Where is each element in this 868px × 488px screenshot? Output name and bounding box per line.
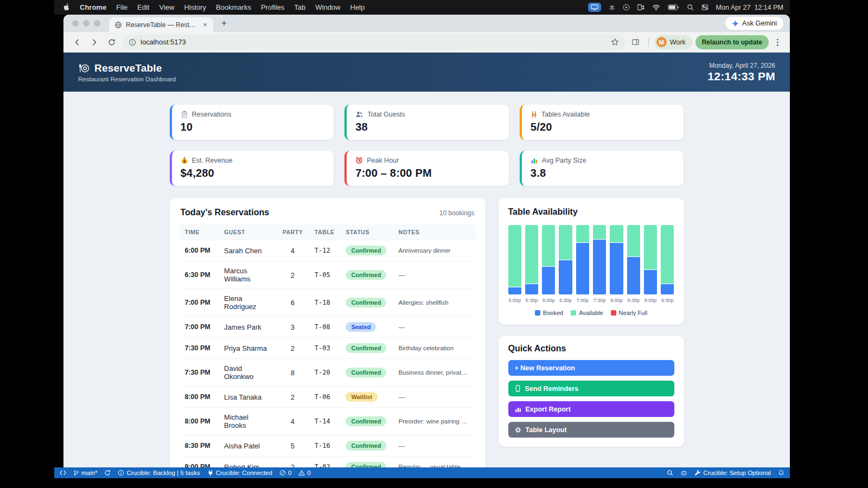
stat-label-text: Reservations [192, 111, 232, 118]
bookmark-star-icon[interactable] [611, 38, 619, 46]
col-notes: NOTES [393, 224, 476, 240]
cell-status: Waitlist [340, 387, 393, 408]
cell-party: 2 [276, 457, 309, 468]
statusbar-notifications[interactable] [778, 470, 784, 476]
availability-bar-7-30p [593, 225, 606, 294]
cell-guest: Lisa Tanaka [219, 387, 276, 408]
quick-action-send-reminders[interactable]: Send Reminders [508, 381, 674, 396]
quick-action-new-reservation[interactable]: + New Reservation [508, 360, 674, 376]
table-row: 8:00 PMLisa Tanaka2T-06Waitlist— [180, 387, 476, 408]
site-info-icon[interactable] [129, 38, 136, 46]
forward-button[interactable] [87, 35, 101, 49]
statusbar-sync[interactable] [104, 470, 111, 476]
x-tick-label: 5:30p [525, 298, 538, 303]
quick-action-export-report[interactable]: Export Report [508, 401, 674, 417]
menu-view[interactable]: View [159, 3, 174, 11]
status-badge: Waitlist [346, 392, 378, 402]
statusbar-remote[interactable] [60, 470, 66, 476]
menu-history[interactable]: History [184, 3, 206, 11]
apple-menu-icon[interactable] [63, 3, 70, 11]
screen-mirroring-icon[interactable] [588, 3, 601, 12]
cell-status: Confirmed [340, 338, 393, 359]
menu-window[interactable]: Window [315, 3, 340, 11]
available-segment [610, 225, 623, 242]
address-bar[interactable]: localhost:5173 [122, 35, 626, 50]
header-clock: 12:14:33 PM [707, 70, 775, 83]
menubar-time: 12:14 PM [754, 4, 783, 11]
availability-x-axis: 5:00p5:30p6:00p6:30p7:00p7:30p8:00p8:30p… [508, 298, 674, 303]
quick-action-table-layout[interactable]: Table Layout [508, 422, 674, 438]
spotlight-search-icon[interactable] [687, 4, 694, 11]
report-icon [515, 406, 521, 413]
control-center-icon[interactable] [701, 4, 709, 11]
cell-table: T-02 [309, 457, 341, 468]
tab-close-icon[interactable]: × [201, 21, 209, 29]
search-white-icon [667, 470, 673, 476]
bookings-count: 10 bookings [439, 209, 475, 217]
statusbar-errors[interactable]: 0 [279, 470, 291, 476]
zoom-window-button[interactable] [94, 20, 100, 27]
wifi-icon[interactable] [652, 4, 660, 11]
available-segment [627, 225, 640, 256]
cell-time: 7:30 PM [180, 338, 219, 359]
play-circle-icon[interactable] [623, 4, 630, 11]
cell-guest: Sarah Chen [219, 240, 276, 261]
stat-value: 10 [181, 121, 326, 133]
menu-profiles[interactable]: Profiles [261, 3, 284, 11]
cell-status: Confirmed [340, 457, 393, 468]
remote-icon [60, 470, 66, 476]
battery-icon[interactable] [668, 4, 679, 10]
menu-help[interactable]: Help [350, 3, 365, 11]
cell-guest: Robert Kim [219, 457, 276, 468]
statusbar-crucible-connected[interactable]: Crucible: Connected [207, 470, 272, 476]
gear-icon [515, 427, 521, 433]
profile-chip[interactable]: M Work [654, 35, 692, 49]
legend-booked: Booked [535, 310, 563, 316]
status-badge: Confirmed [346, 416, 386, 426]
statusbar-warnings[interactable]: 0 [298, 470, 310, 476]
back-button[interactable] [70, 35, 84, 49]
side-panel-icon[interactable] [629, 35, 643, 49]
minimize-window-button[interactable] [83, 20, 90, 27]
url-text[interactable]: localhost:5173 [141, 38, 607, 46]
menu-tab[interactable]: Tab [294, 3, 305, 11]
booked-segment [644, 270, 657, 294]
stat-value: $4,280 [181, 167, 326, 179]
svg-text:$: $ [183, 159, 186, 164]
x-tick-label: 5:00p [508, 298, 521, 303]
asterisk-icon[interactable] [609, 4, 615, 11]
col-time: TIME [180, 224, 219, 240]
cell-notes: — [393, 261, 476, 289]
window-tiles-icon[interactable] [637, 4, 644, 11]
availability-card: Table Availability 5:00p5:30p6:00p6:30p7… [499, 198, 684, 325]
browser-menu-icon[interactable]: ⋮ [772, 37, 783, 47]
cell-notes: Business dinner, private area [393, 359, 476, 387]
browser-tab[interactable]: ReserveTable — Restaurant D × [109, 17, 213, 32]
cell-time: 6:30 PM [180, 261, 219, 289]
bar-chart-icon [531, 157, 538, 164]
cell-time: 8:00 PM [180, 408, 219, 435]
cell-party: 8 [276, 359, 309, 387]
cell-guest: Elena Rodriguez [219, 289, 276, 317]
header-date: Monday, April 27, 2026 [707, 62, 775, 69]
statusbar-crucible-setup[interactable]: Crucible: Setup Optional [694, 470, 771, 476]
legend-available: Available [571, 310, 603, 316]
stat-value: 7:00 – 8:00 PM [355, 167, 500, 179]
menu-edit[interactable]: Edit [137, 3, 149, 11]
statusbar-copilot[interactable] [680, 470, 687, 476]
close-window-button[interactable] [72, 20, 79, 27]
active-app-name[interactable]: Chrome [80, 3, 106, 11]
menubar-clock[interactable]: Mon Apr 27 12:14 PM [716, 4, 783, 11]
cell-status: Confirmed [340, 261, 393, 289]
reload-button[interactable] [105, 35, 119, 49]
statusbar-zoom[interactable] [667, 470, 673, 476]
relaunch-update-button[interactable]: Relaunch to update [695, 35, 769, 49]
menu-bookmarks[interactable]: Bookmarks [216, 3, 251, 11]
statusbar-crucible-backlog[interactable]: Crucible: Backlog | 5 tasks [118, 470, 200, 476]
new-tab-button[interactable]: + [218, 17, 231, 30]
statusbar-git-branch[interactable]: main* [73, 470, 97, 477]
menu-file[interactable]: File [116, 3, 127, 11]
table-header-row: TIMEGUESTPARTYTABLESTATUSNOTES [180, 224, 476, 240]
cell-time: 8:00 PM [180, 387, 219, 408]
ask-gemini-button[interactable]: Ask Gemini [725, 17, 783, 30]
